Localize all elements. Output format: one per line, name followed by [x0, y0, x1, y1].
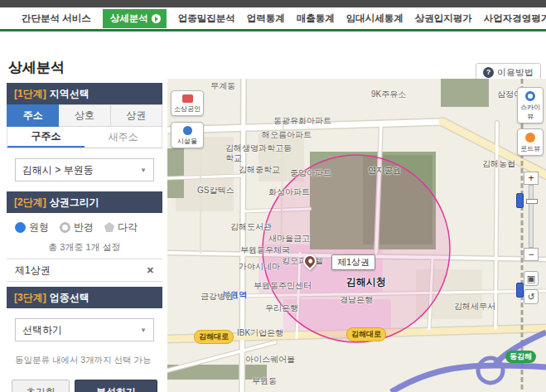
subtab-old-address[interactable]: 구주소	[7, 127, 85, 148]
map-place-label: 동광유화아파트	[273, 115, 331, 127]
mode-radius[interactable]: 반경	[60, 220, 94, 235]
map-place-label: 9K주유소	[371, 89, 406, 100]
map-place-label: 김해세무서	[454, 301, 495, 312]
map-place-label: 해오름아파트	[262, 129, 312, 141]
circle-mode-icon	[15, 222, 26, 233]
step1-title: 지역선택	[50, 87, 89, 101]
map-place-label: 아이스퀘어몰	[245, 354, 295, 365]
roadview-label: 로드뷰	[518, 144, 543, 155]
lrt-station-marker	[516, 283, 524, 298]
step1-header: [1단계] 지역선택	[7, 83, 162, 104]
nav-item-rental-price-stats[interactable]: 임대시세통계	[346, 12, 403, 25]
road-name-badge: 김해대로	[346, 327, 386, 341]
map-place-label: 부원동우체국	[240, 244, 290, 256]
map-place-label: 김해생명과학고등학교	[225, 143, 297, 162]
mode-polygon[interactable]: 다각	[104, 220, 138, 235]
map-place-label: 우리은행	[265, 302, 298, 314]
zoom-slider-handle[interactable]	[526, 199, 538, 204]
chevron-down-icon: ▼	[140, 167, 147, 174]
small-business-layer-button[interactable]: 소상공인	[171, 90, 204, 116]
step2-title: 상권그리기	[50, 196, 99, 210]
nav-item-management-evaluation[interactable]: 사업자경영평가	[484, 12, 546, 25]
trade-area-name: 제1상권	[15, 264, 51, 278]
region-select-value: 김해시 > 부원동	[22, 163, 94, 177]
map-place-label: 부원동	[252, 375, 277, 387]
layer-button-label: 소상공인	[172, 104, 203, 115]
zoom-slider[interactable]	[529, 185, 534, 248]
facility-icon	[183, 126, 192, 135]
zoom-out-button[interactable]: −	[524, 248, 539, 261]
roadview-button[interactable]: 로드뷰	[517, 128, 544, 156]
browser-top-strip	[0, 0, 546, 7]
remove-area-button[interactable]: ✕	[147, 265, 154, 276]
city-hall-label: 김해시청	[346, 275, 386, 289]
nav-item-location-evaluation[interactable]: 상권입지평가	[415, 12, 472, 25]
mode-polygon-label: 다각	[118, 220, 138, 235]
nav-item-industry-density[interactable]: 업종밀집분석	[178, 12, 235, 25]
map-canvas	[167, 79, 546, 392]
fullscreen-button[interactable]: ▣	[524, 271, 539, 286]
main-nav: 간단분석 서비스 상세분석 업종밀집분석 업력통계 매출통계 임대시세통계 상권…	[0, 7, 546, 31]
facility-layer-button[interactable]: 시설물	[171, 122, 204, 148]
map[interactable]: 무계동 9K주유소 삼정아파트 동광유화아파트 해오름아파트 김해생명과학고등학…	[167, 79, 546, 392]
action-buttons: 초기화 분석하기	[7, 380, 162, 392]
tab-business-name[interactable]: 상호	[59, 104, 110, 127]
pin-dot	[307, 258, 312, 264]
question-icon: ?	[483, 67, 494, 78]
trade-area-map-label: 제1상권	[331, 254, 375, 270]
active-tab-badge-icon	[152, 14, 161, 23]
zoom-in-button[interactable]: +	[524, 172, 539, 185]
store-icon	[182, 94, 193, 103]
mode-circle-label: 원형	[29, 220, 49, 235]
page-title: 상세분석	[8, 58, 65, 77]
map-place-label: GS칼텍스	[197, 185, 234, 196]
map-place-label: 새마을금고	[268, 233, 310, 244]
step3-header: [3단계] 업종선택	[7, 287, 162, 308]
step3-tag: [3단계]	[14, 291, 46, 305]
skyview-button[interactable]: 스카이뷰	[517, 87, 544, 123]
map-place-label: 김해농협	[482, 158, 515, 170]
road-name-badge: 김해대로	[194, 330, 234, 344]
step1-tag: [1단계]	[14, 87, 46, 101]
map-place-label: 무계동	[210, 80, 235, 92]
map-place-label: 금강병원	[201, 291, 234, 302]
map-place-label: 가야시네마	[239, 261, 280, 273]
industry-select-note: 동일분류 내에서 3개까지 선택 가능	[7, 351, 162, 366]
roadview-icon	[525, 133, 535, 143]
radius-mode-icon	[60, 222, 70, 233]
tab-address[interactable]: 주소	[7, 104, 59, 127]
how-to-use-label: 이용방법	[497, 66, 534, 79]
subtab-new-address[interactable]: 새주소	[85, 127, 162, 148]
nav-item-sales-stats[interactable]: 매출통계	[297, 12, 335, 25]
industry-select-value: 선택하기	[22, 323, 62, 337]
reset-button[interactable]: 초기화	[12, 380, 70, 392]
nav-item-simple-analysis[interactable]: 간단분석 서비스	[22, 12, 91, 25]
analysis-sidebar: [1단계] 지역선택 주소 상호 상권 구주소 새주소 김해시 > 부원동 ▼ …	[7, 83, 162, 392]
map-place-label: 부원동주민센터	[254, 280, 312, 292]
tab-trade-area[interactable]: 상권	[111, 104, 162, 127]
analyze-button[interactable]: 분석하기	[75, 380, 157, 392]
mode-circle[interactable]: 원형	[15, 220, 49, 235]
area-count-text: 총 3개중 1개 설정	[7, 241, 162, 259]
skyview-label: 스카이뷰	[518, 103, 543, 123]
layer-button-label: 시설물	[172, 137, 203, 148]
zoom-control: + −	[524, 172, 539, 261]
lrt-station-marker	[516, 193, 524, 208]
map-place-label: IBK기업은행	[237, 327, 283, 339]
nav-item-business-history-stats[interactable]: 업력통계	[247, 12, 285, 25]
address-type-subtabs: 구주소 새주소	[7, 127, 162, 148]
chevron-down-icon: ▼	[140, 327, 147, 334]
nav-item-label: 상세분석	[110, 12, 148, 25]
skyview-icon	[525, 91, 535, 101]
step2-tag: [2단계]	[14, 196, 46, 210]
map-place-label: 중앙아파트	[290, 167, 331, 179]
map-place-label: 경남은행	[340, 294, 373, 306]
polygon-mode-icon	[104, 222, 114, 232]
reset-view-button[interactable]: ↺	[524, 289, 539, 304]
industry-select[interactable]: 선택하기 ▼	[15, 318, 154, 341]
nav-item-detailed-analysis[interactable]: 상세분석	[103, 9, 167, 28]
region-select[interactable]: 김해시 > 부원동 ▼	[15, 158, 154, 181]
interchange-badge: 동김해	[505, 351, 536, 363]
step3-title: 업종선택	[50, 291, 89, 305]
trade-area-list-item: 제1상권 ✕	[7, 259, 162, 282]
